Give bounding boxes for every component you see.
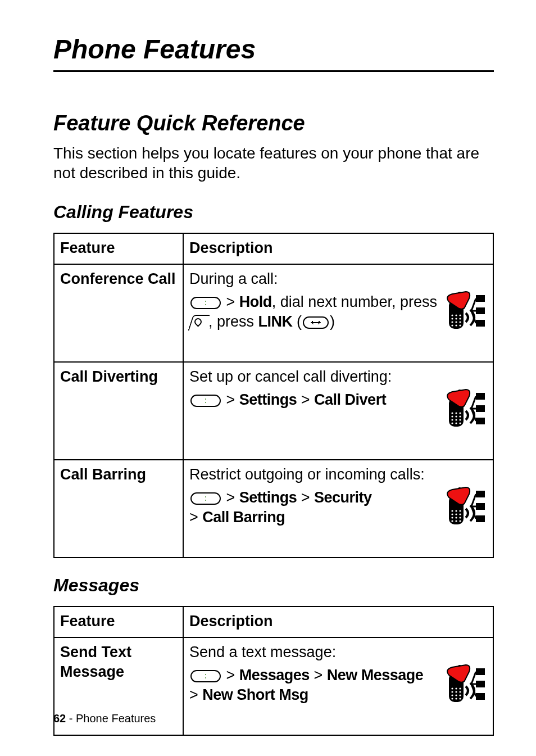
table-row: Call Barring Restrict outgoing or incomi…	[54, 460, 493, 558]
page-number: 62	[53, 712, 66, 725]
nav-text: >	[222, 489, 239, 506]
phone-network-icon	[441, 367, 487, 451]
page-footer: 62 - Phone Features	[53, 712, 156, 725]
menu-key-icon	[190, 395, 221, 407]
nav-label: Settings	[239, 391, 297, 408]
calling-features-table: Feature Description Conference Call Duri…	[53, 233, 494, 558]
nav-label: Call Barring	[202, 509, 285, 526]
nav-text: >	[189, 509, 202, 526]
messages-subsection-title: Messages	[53, 575, 494, 596]
col-header-feature: Feature	[54, 606, 183, 637]
nav-label: New Short Msg	[202, 686, 308, 703]
nav-text: >	[297, 391, 314, 408]
menu-key-icon	[190, 297, 221, 309]
nav-label: Hold	[239, 293, 272, 310]
nav-text: >	[310, 667, 327, 683]
feature-name: Call Diverting	[54, 362, 183, 460]
table-row: Conference Call During a call: > Hold, d…	[54, 264, 493, 362]
col-header-description: Description	[183, 606, 493, 637]
feature-name-text: Send Text Message	[60, 644, 131, 680]
feature-name-text: Call Barring	[60, 466, 146, 483]
nav-text: , dial next number, press	[272, 293, 437, 310]
nav-label: Call Divert	[314, 391, 386, 408]
nav-label: Messages	[239, 667, 310, 683]
phone-network-icon	[441, 642, 487, 727]
phone-network-icon	[441, 269, 487, 354]
phone-network-icon	[441, 465, 487, 549]
nav-text: (	[293, 313, 302, 330]
feature-description: Restrict outgoing or incoming calls: > S…	[183, 460, 493, 558]
feature-name: Call Barring	[54, 460, 183, 558]
col-header-description: Description	[183, 233, 493, 264]
feature-description: During a call: > Hold, dial next number,…	[183, 264, 493, 362]
nav-label: LINK	[258, 313, 293, 330]
softkey-icon	[303, 316, 329, 329]
nav-text: >	[297, 489, 314, 506]
chapter-title: Phone Features	[53, 34, 494, 72]
footer-separator: -	[66, 712, 76, 725]
menu-key-icon	[190, 670, 221, 682]
nav-text: >	[189, 686, 202, 703]
menu-key-icon	[190, 492, 221, 505]
nav-label: Settings	[239, 489, 297, 506]
feature-description: Set up or cancel call diverting: > Setti…	[183, 362, 493, 460]
feature-description: Send a text message: > Messages > New Me…	[183, 637, 493, 735]
nav-text: , press	[208, 313, 258, 330]
feature-name: Conference Call	[54, 264, 183, 362]
table-header-row: Feature Description	[54, 606, 493, 637]
nav-text: >	[222, 391, 239, 408]
nav-text: >	[222, 293, 239, 310]
footer-chapter-label: Phone Features	[76, 712, 156, 725]
section-title: Feature Quick Reference	[53, 111, 494, 135]
feature-name-text: Call Diverting	[60, 368, 158, 385]
calling-subsection-title: Calling Features	[53, 202, 494, 223]
nav-label: Security	[314, 489, 372, 506]
section-intro: This section helps you locate features o…	[53, 143, 494, 183]
table-row: Call Diverting Set up or cancel call div…	[54, 362, 493, 460]
nav-label: New Message	[327, 667, 424, 683]
nav-text: )	[330, 313, 335, 330]
call-key-icon	[190, 315, 207, 331]
feature-name-text: Conference Call	[60, 270, 176, 287]
col-header-feature: Feature	[54, 233, 183, 264]
table-header-row: Feature Description	[54, 233, 493, 264]
nav-text: >	[222, 667, 239, 683]
